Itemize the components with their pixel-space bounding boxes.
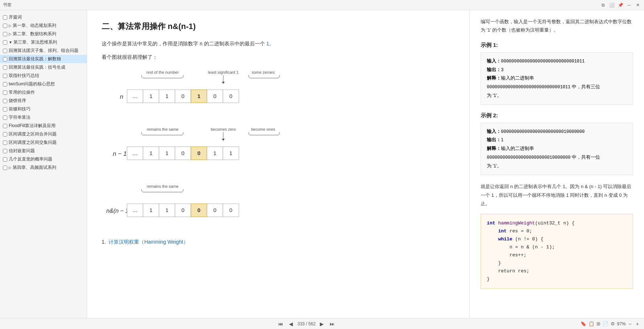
example2-explain-end: 中，共有一位 — [570, 155, 600, 160]
sidebar-checkbox-ch2[interactable] — [3, 32, 7, 36]
sidebar-checkbox-ch3-2[interactable] — [3, 57, 7, 61]
content-area: 二、算法常用操作 n&(n-1) 这个操作是算法中常见的，作用是消除数字 n 的… — [87, 10, 644, 318]
diagram2: remains the same becomes zero become one… — [102, 125, 455, 173]
desc-text: 这个操作是算法中常见的，作用是消除数字 n 的二进制表示中的最后一个 — [102, 41, 265, 46]
pin-btn[interactable]: 📌 — [617, 2, 624, 8]
maximize-btn[interactable]: ⬜ — [608, 2, 615, 8]
sidebar-checkbox-ch3-7[interactable] — [3, 99, 7, 103]
code-close-brace1: } — [498, 260, 501, 266]
d3-ellipsis-text: ... — [133, 207, 137, 213]
sidebar-label-ch3-13: 信封嵌套问题 — [9, 148, 35, 154]
sidebar-item-ch2[interactable]: ▷ 第二章、数据结构系列 — [0, 30, 87, 38]
ann-zeroes-label: some zeroes — [252, 70, 275, 74]
sidebar-checkbox-ch3-10[interactable] — [3, 124, 7, 128]
diagram1: rest of the number least significant 1 s… — [102, 68, 455, 116]
ann-zeroes-brace — [249, 75, 280, 78]
example1-box: 输入：00000000000000000000000000001011 输出：3… — [481, 52, 633, 105]
settings-icon-btn[interactable]: ⚙ — [611, 321, 615, 326]
d3-cell-0-hi-text: 0 — [197, 207, 200, 213]
sidebar-checkbox-ch3[interactable] — [3, 40, 7, 45]
sidebar-checkbox-ch3-4[interactable] — [3, 74, 7, 78]
n-and-label: n&(n − 1) — [106, 208, 130, 214]
example2-explain: 解释：输入的二进制串 00000000000000000000000010000… — [487, 145, 627, 170]
cell-0a-text: 0 — [182, 93, 184, 99]
sidebar-checkbox-ch1[interactable] — [3, 24, 7, 28]
bookmark-icon-btn[interactable]: 🔖 — [580, 321, 586, 326]
zoom-in-btn[interactable]: + — [635, 320, 640, 328]
sidebar-checkbox-kaipian[interactable] — [3, 15, 7, 20]
sidebar-item-ch4[interactable]: ▷ 第四章、高频面试系列 — [0, 163, 87, 172]
sidebar-checkbox-ch3-9[interactable] — [3, 115, 7, 120]
sidebar-item-ch3-1[interactable]: 回溯算法团灭子集、排列、组合问题 — [0, 46, 87, 55]
sidebar-label-ch3-14: 几个反直觉的概率问题 — [9, 156, 52, 162]
sidebar-checkbox-ch4[interactable] — [3, 166, 7, 170]
sidebar-label-ch3-11: 区间调度之区间合并问题 — [9, 131, 57, 137]
sidebar-checkbox-ch3-1[interactable] — [3, 49, 7, 53]
code-while-cond: (n != 0) { — [515, 236, 543, 242]
diagram3: remains the same n&(n − 1) ... 1 1 0 — [102, 182, 455, 230]
example2-input-code: 00000000000000000000000010000000 — [501, 129, 584, 134]
close-btn[interactable]: ✕ — [635, 2, 641, 8]
example2-title: 示例 2: — [481, 112, 633, 119]
example1-explain: 解释：输入的二进制串 00000000000000000000000000001… — [487, 74, 627, 100]
example2-output-val: 1 — [501, 137, 504, 142]
code-close-brace2: } — [487, 276, 490, 282]
sidebar-item-ch3-9[interactable]: 字符串算法 — [0, 113, 87, 122]
sidebar-label-ch3-10: FloodFill算法详解及应用 — [9, 123, 56, 129]
sidebar-checkbox-ch3-6[interactable] — [3, 90, 7, 95]
ann-lsb-label: least significant 1 — [208, 70, 239, 74]
sidebar-label-ch2: 第二章、数据结构系列 — [13, 31, 56, 37]
right-content: 编写一个函数，输入是一个无符号整数，返回其二进制表达式中数字位数为 '1' 的个… — [470, 10, 644, 318]
sidebar-label-ch3-1: 回溯算法团灭子集、排列、组合问题 — [9, 48, 78, 54]
sidebar-item-ch3-11[interactable]: 区间调度之区间合并问题 — [0, 130, 87, 138]
sidebar-item-ch3-7[interactable]: 烧饼排序 — [0, 97, 87, 105]
sidebar-item-ch1[interactable]: ▷ 第一章、动态规划系列 — [0, 21, 87, 30]
desc-link[interactable]: 1。 — [265, 41, 274, 46]
sidebar-item-ch3-8[interactable]: 前缀和技巧 — [0, 105, 87, 113]
hw-item: 1. 计算汉明权重（Hamming Weight） — [102, 239, 455, 245]
sidebar-item-ch3-10[interactable]: FloodFill算法详解及应用 — [0, 122, 87, 130]
bottom-nav: ⏮ ◀ 333 / 562 ▶ ⏭ — [277, 320, 336, 328]
layout-icon-btn[interactable]: ⊞ — [596, 321, 600, 326]
sidebar-item-ch3-12[interactable]: 区间调度之区间交集问题 — [0, 138, 87, 147]
page-current: 333 — [297, 321, 305, 326]
nav-next-btn[interactable]: ▶ — [318, 320, 325, 328]
copy-icon-btn[interactable]: 📋 — [588, 321, 594, 326]
hw-item-link[interactable]: 计算汉明权重（Hamming Weight） — [109, 239, 188, 245]
sidebar-item-kaipian[interactable]: 开篇词 — [0, 13, 87, 21]
sidebar-checkbox-ch3-13[interactable] — [3, 149, 7, 153]
sidebar-label-ch3-8: 前缀和技巧 — [9, 106, 30, 112]
sidebar-item-ch3-13[interactable]: 信封嵌套问题 — [0, 147, 87, 155]
nav-last-btn[interactable]: ⏭ — [328, 320, 336, 328]
example2-explain-code: 00000000000000000000000010000000 — [487, 155, 570, 160]
sidebar-item-ch3-6[interactable]: 常用的位操作 — [0, 88, 87, 97]
sidebar-item-ch3-2[interactable]: 回溯算法最佳实践：解数独 — [0, 55, 87, 63]
sidebar-item-ch3-5[interactable]: twoSum问题的核心思想 — [0, 80, 87, 88]
nav-prev-btn[interactable]: ◀ — [288, 320, 294, 328]
sidebar-item-ch3-4[interactable]: 双指针技巧总结 — [0, 72, 87, 80]
d3-cell-1a-text: 1 — [150, 207, 152, 213]
sidebar-checkbox-ch3-14[interactable] — [3, 157, 7, 162]
hw-item-number: 1. — [102, 239, 109, 245]
code-kw-int2: int — [498, 228, 506, 234]
title-bar-controls: ⧉ ⬜ 📌 ─ ✕ — [600, 2, 641, 8]
sidebar-checkbox-ch3-3[interactable] — [3, 65, 7, 70]
example2-explain-end2: 为 '1'。 — [487, 163, 502, 168]
d3-cell-0b-text: 0 — [213, 207, 216, 213]
nav-first-btn[interactable]: ⏮ — [277, 320, 285, 328]
sidebar-item-ch3-14[interactable]: 几个反直觉的概率问题 — [0, 155, 87, 163]
example2-box: 输入：00000000000000000000000010000000 输出：1… — [481, 123, 633, 175]
code-block: int hammingWeight(uint32_t n) { int res … — [481, 214, 633, 289]
sidebar-checkbox-ch3-12[interactable] — [3, 141, 7, 145]
example1-input: 输入：00000000000000000000000000001011 — [487, 57, 627, 66]
sidebar-checkbox-ch3-5[interactable] — [3, 82, 7, 86]
zoom-out-btn[interactable]: − — [627, 320, 633, 328]
sidebar-item-ch3[interactable]: ▼ 第三章、算法思维系列 — [0, 38, 87, 46]
restore-btn[interactable]: ⧉ — [600, 2, 606, 8]
sidebar-checkbox-ch3-8[interactable] — [3, 107, 7, 111]
sidebar-checkbox-ch3-11[interactable] — [3, 132, 7, 137]
minimize-btn[interactable]: ─ — [626, 2, 632, 8]
page-layout-btn[interactable]: 📄 — [603, 321, 608, 326]
cell-1b-text: 1 — [166, 93, 168, 99]
sidebar-item-ch3-3[interactable]: 回溯算法最佳实践：括号生成 — [0, 63, 87, 72]
